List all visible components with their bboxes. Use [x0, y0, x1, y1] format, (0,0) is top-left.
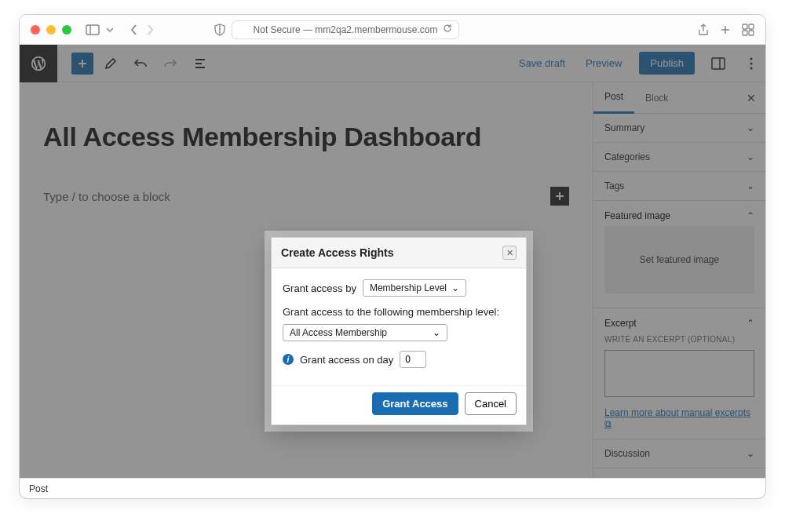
grant-access-by-label: Grant access by — [283, 282, 356, 294]
address-bar[interactable]: Not Secure — mm2qa2.membermouse.com — [232, 20, 459, 39]
svg-rect-0 — [86, 25, 99, 35]
reload-icon[interactable] — [443, 24, 452, 35]
grant-day-label: Grant access on day — [300, 354, 393, 366]
grant-access-by-select[interactable]: Membership Level ⌄ — [363, 279, 466, 297]
svg-rect-6 — [749, 31, 754, 35]
window-zoom-icon[interactable] — [62, 25, 71, 35]
chevron-down-icon: ⌄ — [451, 282, 459, 293]
sidebar-toggle-icon[interactable] — [86, 24, 100, 35]
editor-footer: Post — [20, 478, 765, 498]
chevron-down-icon: ⌄ — [433, 327, 440, 338]
grant-access-button[interactable]: Grant Access — [372, 392, 458, 415]
tabs-overview-icon[interactable] — [742, 24, 754, 36]
chevron-down-icon[interactable] — [106, 27, 114, 32]
share-icon[interactable] — [698, 24, 709, 36]
browser-titlebar: Not Secure — mm2qa2.membermouse.com — [20, 15, 765, 45]
svg-rect-4 — [749, 24, 754, 29]
dialog-title: Create Access Rights — [281, 246, 393, 259]
membership-level-select[interactable]: All Access Membership ⌄ — [283, 324, 447, 341]
shield-icon[interactable] — [214, 24, 225, 36]
close-dialog-icon[interactable]: ✕ — [502, 246, 517, 260]
svg-rect-5 — [743, 31, 747, 35]
url-text: mm2qa2.membermouse.com — [315, 24, 437, 35]
svg-rect-3 — [743, 24, 747, 29]
cancel-button[interactable]: Cancel — [465, 392, 517, 415]
membership-level-label: Grant access to the following membership… — [283, 306, 515, 318]
window-minimize-icon[interactable] — [46, 25, 56, 35]
forward-icon[interactable] — [145, 24, 155, 35]
new-tab-icon[interactable] — [720, 24, 731, 36]
window-close-icon[interactable] — [31, 25, 40, 35]
info-icon[interactable]: i — [283, 354, 294, 365]
create-access-rights-dialog: Create Access Rights ✕ Grant access by M… — [271, 237, 527, 425]
grant-day-input[interactable] — [400, 351, 426, 368]
breadcrumb[interactable]: Post — [29, 483, 48, 494]
back-icon[interactable] — [130, 24, 139, 35]
url-prefix: Not Secure — — [254, 24, 312, 35]
